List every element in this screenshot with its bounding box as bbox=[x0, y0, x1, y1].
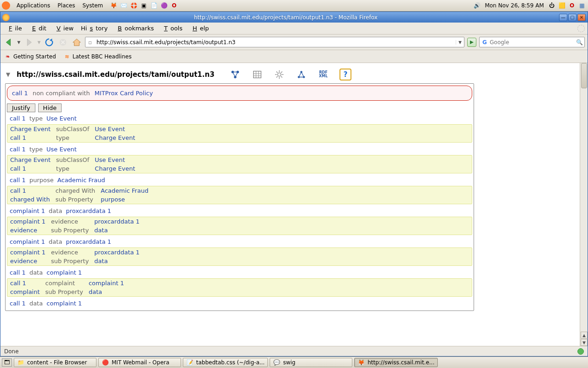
triple-subject[interactable]: evidence bbox=[7, 226, 48, 235]
hide-button[interactable]: Hide bbox=[38, 104, 62, 112]
url-input[interactable] bbox=[95, 39, 456, 46]
clock[interactable]: Mon Nov 26, 8:59 AM bbox=[481, 2, 548, 9]
alert-object[interactable]: MITProx Card Policy bbox=[95, 90, 153, 97]
help-launcher-icon[interactable]: 🛟 bbox=[130, 1, 138, 10]
terminal-launcher-icon[interactable]: ▣ bbox=[140, 1, 148, 10]
taskbar-task[interactable]: 💬swig bbox=[270, 358, 352, 367]
menu-help[interactable]: Help bbox=[187, 24, 212, 33]
triple-object[interactable]: data bbox=[86, 288, 127, 296]
triple-subject[interactable]: complaint 1 bbox=[7, 248, 48, 257]
triple-object[interactable]: complaint 1 bbox=[46, 269, 82, 276]
home-button[interactable] bbox=[71, 37, 82, 48]
triple-object[interactable]: Charge Event bbox=[92, 164, 138, 173]
triple-subject[interactable]: complaint bbox=[7, 288, 43, 296]
back-button[interactable] bbox=[3, 37, 14, 48]
triple-subject[interactable]: call 1 bbox=[7, 133, 53, 142]
triple-object[interactable]: Academic Fraud bbox=[98, 186, 151, 195]
triple-subject[interactable]: call 1 bbox=[7, 186, 53, 195]
triple-subject[interactable]: complaint 1 bbox=[10, 207, 45, 214]
taskbar-task[interactable]: 🔴MIT Webmail - Opera bbox=[98, 358, 181, 367]
triple-object[interactable]: Use Event bbox=[46, 146, 77, 153]
evolution-launcher-icon[interactable]: ✉️ bbox=[119, 1, 128, 10]
triple-object[interactable]: Use Event bbox=[92, 125, 138, 133]
scrollbar-thumb[interactable] bbox=[581, 63, 587, 88]
alert-subject[interactable]: call 1 bbox=[12, 90, 28, 97]
menu-bookmarks[interactable]: Bookmarks bbox=[112, 24, 157, 33]
triple-subject[interactable]: Charge Event bbox=[7, 155, 53, 164]
menu-history[interactable]: History bbox=[78, 24, 110, 33]
reload-button[interactable] bbox=[44, 37, 55, 48]
taskbar-task[interactable]: 📝tabbedtab.css (~/dig-a... bbox=[183, 358, 268, 367]
scroll-up-icon[interactable]: ▲ bbox=[581, 332, 588, 339]
triple-object[interactable]: Charge Event bbox=[92, 133, 138, 142]
triple-object[interactable]: proxcarddata 1 bbox=[91, 248, 142, 257]
url-history-dropdown[interactable]: ▼ bbox=[456, 40, 464, 45]
triple-object[interactable]: complaint 1 bbox=[46, 300, 82, 307]
justify-button[interactable]: Justify bbox=[7, 104, 35, 112]
bookmark-getting-started[interactable]: ❧ Getting Started bbox=[4, 53, 56, 60]
triple-object[interactable]: Academic Fraud bbox=[57, 177, 105, 184]
triple-object[interactable]: proxcarddata 1 bbox=[66, 207, 112, 214]
firefox-launcher-icon[interactable]: 🦊 bbox=[109, 1, 118, 10]
help-mode-icon[interactable]: ? bbox=[339, 69, 351, 80]
triple-object[interactable]: data bbox=[91, 226, 142, 235]
table-mode-icon[interactable] bbox=[251, 69, 263, 80]
triple-subject[interactable]: call 1 bbox=[10, 300, 26, 307]
bookmark-bbc-headlines[interactable]: ≋ Latest BBC Headlines bbox=[63, 53, 132, 60]
triple-object[interactable]: Use Event bbox=[92, 155, 138, 164]
triple-subject[interactable]: call 1 bbox=[10, 177, 26, 184]
triple-subject[interactable]: call 1 bbox=[10, 115, 26, 122]
menu-file[interactable]: File bbox=[3, 24, 25, 33]
search-go-icon[interactable]: 🔍 bbox=[574, 39, 584, 46]
system-menu[interactable]: System bbox=[79, 2, 107, 9]
menu-edit[interactable]: Edit bbox=[27, 24, 49, 33]
menu-tools[interactable]: Tools bbox=[158, 24, 185, 33]
opera-tray-icon[interactable]: O bbox=[568, 1, 576, 10]
menu-view[interactable]: View bbox=[51, 24, 76, 33]
outline-mode-icon[interactable] bbox=[229, 69, 241, 80]
opera-launcher-icon[interactable]: O bbox=[170, 1, 178, 10]
triple-object[interactable]: purpose bbox=[98, 195, 151, 204]
volume-icon[interactable]: 🔊 bbox=[473, 1, 481, 10]
minimize-button[interactable]: — bbox=[559, 14, 567, 21]
triple-subject[interactable]: complaint 1 bbox=[10, 238, 45, 245]
gedit-launcher-icon[interactable]: 📄 bbox=[150, 1, 158, 10]
triple-subject[interactable]: call 1 bbox=[7, 279, 43, 288]
google-engine-icon[interactable]: G bbox=[480, 39, 490, 46]
taskbar-task[interactable]: 📁content - File Browser bbox=[14, 358, 96, 367]
triple-subject[interactable]: call 1 bbox=[10, 146, 26, 153]
search-box[interactable]: G 🔍 bbox=[479, 37, 585, 47]
workspace-switcher-icon[interactable]: ▦ bbox=[578, 1, 586, 10]
triple-object[interactable]: data bbox=[91, 257, 142, 265]
user-switch-icon[interactable]: ⏻ bbox=[548, 1, 556, 10]
scroll-down-icon[interactable]: ▼ bbox=[581, 339, 588, 346]
rdfxml-mode-icon[interactable]: RDFXML bbox=[317, 69, 329, 80]
maximize-button[interactable]: ▢ bbox=[568, 14, 577, 21]
collapse-triangle-icon[interactable]: ▼ bbox=[6, 71, 10, 78]
close-button[interactable]: ✕ bbox=[577, 14, 586, 21]
eclipse-launcher-icon[interactable]: 🟣 bbox=[160, 1, 168, 10]
triple-object[interactable]: complaint 1 bbox=[86, 279, 127, 288]
applications-menu[interactable]: Applications bbox=[13, 2, 54, 9]
triple-object[interactable]: proxcarddata 1 bbox=[91, 217, 142, 226]
triple-subject[interactable]: evidence bbox=[7, 257, 48, 265]
triple-object[interactable]: proxcarddata 1 bbox=[66, 238, 112, 245]
search-input[interactable] bbox=[490, 39, 574, 46]
triple-subject[interactable]: charged With bbox=[7, 195, 53, 204]
show-desktop-button[interactable]: 🗔 bbox=[2, 358, 12, 367]
go-button[interactable] bbox=[467, 38, 476, 47]
triple-subject[interactable]: call 1 bbox=[7, 164, 53, 173]
triple-subject[interactable]: call 1 bbox=[10, 269, 26, 276]
triple-predicate: charged With bbox=[53, 186, 98, 195]
settings-mode-icon[interactable] bbox=[273, 69, 285, 80]
taskbar-task[interactable]: 🦊http://swiss.csail.mit.e... bbox=[354, 358, 438, 367]
applet-icon[interactable]: 🟨 bbox=[558, 1, 566, 10]
places-menu[interactable]: Places bbox=[54, 2, 79, 9]
back-history-dropdown[interactable]: ▼ bbox=[17, 37, 21, 47]
triple-subject[interactable]: Charge Event bbox=[7, 125, 53, 133]
triple-subject[interactable]: complaint 1 bbox=[7, 217, 48, 226]
triple-object[interactable]: Use Event bbox=[46, 115, 77, 122]
graph-mode-icon[interactable] bbox=[295, 69, 307, 80]
vertical-scrollbar[interactable]: ▲ ▼ bbox=[580, 63, 588, 346]
url-bar[interactable]: ▫ ▼ bbox=[85, 37, 464, 47]
